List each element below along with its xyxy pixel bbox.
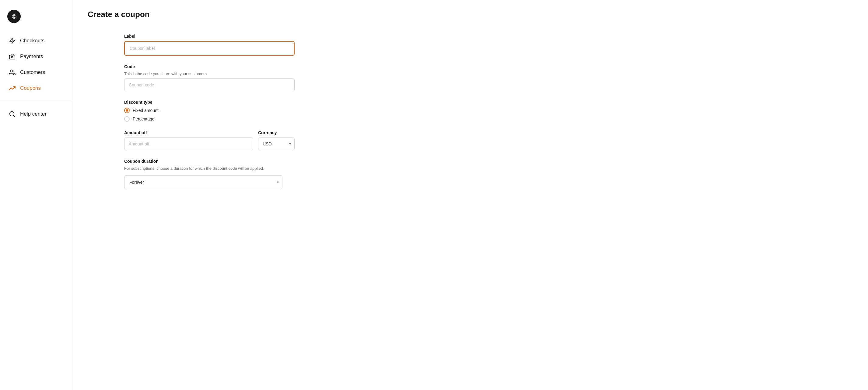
search-icon — [8, 110, 16, 118]
label-field: Label — [124, 34, 294, 56]
users-icon — [8, 69, 16, 76]
label-input[interactable] — [125, 42, 293, 55]
amount-currency-field: Amount off Currency USD EUR GBP CAD ▾ — [124, 130, 294, 150]
duration-select-wrapper: Forever Once Repeating ▾ — [124, 175, 282, 189]
trending-icon — [8, 85, 16, 92]
radio-percentage-input[interactable] — [124, 116, 130, 122]
logo-area: © — [0, 6, 73, 33]
amount-off-input[interactable] — [124, 137, 253, 150]
svg-point-2 — [11, 56, 13, 58]
discount-type-radio-group: Fixed amount Percentage — [124, 108, 294, 122]
sidebar-item-label-payments: Payments — [20, 54, 43, 60]
radio-percentage[interactable]: Percentage — [124, 116, 294, 122]
radio-fixed-amount[interactable]: Fixed amount — [124, 108, 294, 113]
radio-fixed-label: Fixed amount — [133, 108, 159, 113]
code-field-label: Code — [124, 64, 294, 69]
sidebar: © Checkouts Payments — [0, 0, 73, 390]
nav-divider — [0, 101, 73, 101]
sidebar-item-label-coupons: Coupons — [20, 85, 41, 91]
currency-select-wrapper: USD EUR GBP CAD ▾ — [258, 137, 294, 150]
label-field-label: Label — [124, 34, 294, 39]
sidebar-item-coupons[interactable]: Coupons — [0, 80, 73, 96]
amount-currency-row: Amount off Currency USD EUR GBP CAD ▾ — [124, 130, 294, 150]
radio-fixed-input[interactable] — [124, 108, 130, 113]
app-logo: © — [7, 10, 21, 23]
sidebar-item-label-customers: Customers — [20, 69, 45, 75]
coupon-duration-title: Coupon duration — [124, 159, 294, 164]
radio-percentage-label: Percentage — [133, 117, 155, 121]
amount-off-field: Amount off — [124, 130, 253, 150]
lightning-icon — [8, 37, 16, 44]
page-title: Create a coupon — [88, 10, 854, 19]
sidebar-nav: Checkouts Payments Customers — [0, 33, 73, 122]
main-content: Create a coupon Label Code This is the c… — [73, 0, 868, 390]
svg-point-3 — [10, 70, 12, 72]
discount-type-section: Discount type Fixed amount Percentage — [124, 100, 294, 122]
camera-icon — [8, 53, 16, 60]
svg-marker-0 — [10, 38, 15, 43]
amount-off-label: Amount off — [124, 130, 253, 135]
coupon-duration-desc: For subscriptions, choose a duration for… — [124, 165, 294, 171]
discount-type-label: Discount type — [124, 100, 294, 105]
currency-select[interactable]: USD EUR GBP CAD — [258, 137, 294, 150]
sidebar-item-payments[interactable]: Payments — [0, 49, 73, 64]
currency-field: Currency USD EUR GBP CAD ▾ — [258, 130, 294, 150]
currency-label: Currency — [258, 130, 294, 135]
code-field-description: This is the code you share with your cus… — [124, 71, 294, 76]
label-input-wrapper — [124, 41, 294, 56]
code-input[interactable] — [124, 78, 294, 91]
sidebar-item-label-help: Help center — [20, 111, 46, 117]
coupon-form: Label Code This is the code you share wi… — [124, 34, 294, 189]
svg-line-5 — [13, 115, 14, 117]
sidebar-item-label-checkouts: Checkouts — [20, 38, 44, 44]
code-field: Code This is the code you share with you… — [124, 64, 294, 91]
duration-select[interactable]: Forever Once Repeating — [124, 175, 282, 189]
coupon-duration-section: Coupon duration For subscriptions, choos… — [124, 159, 294, 189]
sidebar-item-help-center[interactable]: Help center — [0, 106, 73, 122]
svg-rect-1 — [9, 55, 15, 59]
sidebar-item-checkouts[interactable]: Checkouts — [0, 33, 73, 49]
sidebar-item-customers[interactable]: Customers — [0, 64, 73, 80]
